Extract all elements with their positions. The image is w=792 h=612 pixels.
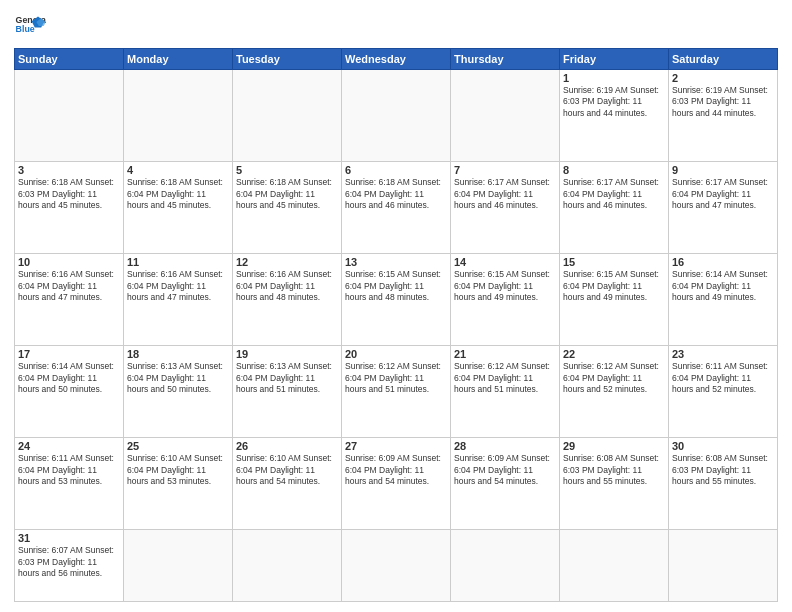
day-info: Sunrise: 6:08 AM Sunset: 6:03 PM Dayligh… <box>563 453 665 487</box>
day-number: 13 <box>345 256 447 268</box>
calendar-cell <box>233 70 342 162</box>
day-info: Sunrise: 6:18 AM Sunset: 6:04 PM Dayligh… <box>236 177 338 211</box>
calendar-cell <box>342 530 451 602</box>
calendar-cell: 29Sunrise: 6:08 AM Sunset: 6:03 PM Dayli… <box>560 438 669 530</box>
day-number: 16 <box>672 256 774 268</box>
calendar-cell: 3Sunrise: 6:18 AM Sunset: 6:03 PM Daylig… <box>15 162 124 254</box>
day-info: Sunrise: 6:16 AM Sunset: 6:04 PM Dayligh… <box>236 269 338 303</box>
calendar-cell <box>560 530 669 602</box>
day-info: Sunrise: 6:14 AM Sunset: 6:04 PM Dayligh… <box>672 269 774 303</box>
week-row-1: 3Sunrise: 6:18 AM Sunset: 6:03 PM Daylig… <box>15 162 778 254</box>
calendar-cell <box>451 70 560 162</box>
calendar-cell: 1Sunrise: 6:19 AM Sunset: 6:03 PM Daylig… <box>560 70 669 162</box>
calendar-cell: 8Sunrise: 6:17 AM Sunset: 6:04 PM Daylig… <box>560 162 669 254</box>
day-info: Sunrise: 6:15 AM Sunset: 6:04 PM Dayligh… <box>345 269 447 303</box>
calendar-cell: 16Sunrise: 6:14 AM Sunset: 6:04 PM Dayli… <box>669 254 778 346</box>
day-info: Sunrise: 6:12 AM Sunset: 6:04 PM Dayligh… <box>345 361 447 395</box>
weekday-header-row: SundayMondayTuesdayWednesdayThursdayFrid… <box>15 49 778 70</box>
day-number: 21 <box>454 348 556 360</box>
day-info: Sunrise: 6:18 AM Sunset: 6:04 PM Dayligh… <box>345 177 447 211</box>
day-number: 29 <box>563 440 665 452</box>
weekday-header-monday: Monday <box>124 49 233 70</box>
calendar-cell: 25Sunrise: 6:10 AM Sunset: 6:04 PM Dayli… <box>124 438 233 530</box>
day-number: 22 <box>563 348 665 360</box>
day-number: 10 <box>18 256 120 268</box>
header: General Blue <box>14 10 778 42</box>
calendar-cell: 15Sunrise: 6:15 AM Sunset: 6:04 PM Dayli… <box>560 254 669 346</box>
weekday-header-tuesday: Tuesday <box>233 49 342 70</box>
day-info: Sunrise: 6:07 AM Sunset: 6:03 PM Dayligh… <box>18 545 120 579</box>
day-number: 4 <box>127 164 229 176</box>
day-number: 3 <box>18 164 120 176</box>
day-number: 31 <box>18 532 120 544</box>
day-number: 19 <box>236 348 338 360</box>
calendar-cell: 11Sunrise: 6:16 AM Sunset: 6:04 PM Dayli… <box>124 254 233 346</box>
calendar-cell: 18Sunrise: 6:13 AM Sunset: 6:04 PM Dayli… <box>124 346 233 438</box>
day-info: Sunrise: 6:12 AM Sunset: 6:04 PM Dayligh… <box>563 361 665 395</box>
day-info: Sunrise: 6:16 AM Sunset: 6:04 PM Dayligh… <box>18 269 120 303</box>
day-info: Sunrise: 6:13 AM Sunset: 6:04 PM Dayligh… <box>127 361 229 395</box>
weekday-header-sunday: Sunday <box>15 49 124 70</box>
week-row-4: 24Sunrise: 6:11 AM Sunset: 6:04 PM Dayli… <box>15 438 778 530</box>
calendar-cell: 19Sunrise: 6:13 AM Sunset: 6:04 PM Dayli… <box>233 346 342 438</box>
calendar-cell <box>342 70 451 162</box>
calendar-cell <box>15 70 124 162</box>
week-row-2: 10Sunrise: 6:16 AM Sunset: 6:04 PM Dayli… <box>15 254 778 346</box>
calendar-table: SundayMondayTuesdayWednesdayThursdayFrid… <box>14 48 778 602</box>
day-info: Sunrise: 6:17 AM Sunset: 6:04 PM Dayligh… <box>454 177 556 211</box>
calendar-cell: 27Sunrise: 6:09 AM Sunset: 6:04 PM Dayli… <box>342 438 451 530</box>
calendar-cell: 20Sunrise: 6:12 AM Sunset: 6:04 PM Dayli… <box>342 346 451 438</box>
calendar-cell: 17Sunrise: 6:14 AM Sunset: 6:04 PM Dayli… <box>15 346 124 438</box>
day-number: 1 <box>563 72 665 84</box>
day-info: Sunrise: 6:10 AM Sunset: 6:04 PM Dayligh… <box>236 453 338 487</box>
day-number: 27 <box>345 440 447 452</box>
calendar-cell: 28Sunrise: 6:09 AM Sunset: 6:04 PM Dayli… <box>451 438 560 530</box>
day-info: Sunrise: 6:11 AM Sunset: 6:04 PM Dayligh… <box>18 453 120 487</box>
day-info: Sunrise: 6:08 AM Sunset: 6:03 PM Dayligh… <box>672 453 774 487</box>
day-info: Sunrise: 6:15 AM Sunset: 6:04 PM Dayligh… <box>454 269 556 303</box>
day-number: 2 <box>672 72 774 84</box>
calendar-cell <box>233 530 342 602</box>
calendar-cell: 4Sunrise: 6:18 AM Sunset: 6:04 PM Daylig… <box>124 162 233 254</box>
day-number: 25 <box>127 440 229 452</box>
day-number: 28 <box>454 440 556 452</box>
day-number: 5 <box>236 164 338 176</box>
day-number: 8 <box>563 164 665 176</box>
calendar-cell: 7Sunrise: 6:17 AM Sunset: 6:04 PM Daylig… <box>451 162 560 254</box>
day-number: 7 <box>454 164 556 176</box>
calendar-cell <box>124 530 233 602</box>
calendar-cell: 24Sunrise: 6:11 AM Sunset: 6:04 PM Dayli… <box>15 438 124 530</box>
day-info: Sunrise: 6:13 AM Sunset: 6:04 PM Dayligh… <box>236 361 338 395</box>
weekday-header-friday: Friday <box>560 49 669 70</box>
calendar-cell: 2Sunrise: 6:19 AM Sunset: 6:03 PM Daylig… <box>669 70 778 162</box>
day-number: 30 <box>672 440 774 452</box>
day-number: 23 <box>672 348 774 360</box>
day-info: Sunrise: 6:17 AM Sunset: 6:04 PM Dayligh… <box>563 177 665 211</box>
calendar-cell: 14Sunrise: 6:15 AM Sunset: 6:04 PM Dayli… <box>451 254 560 346</box>
day-info: Sunrise: 6:11 AM Sunset: 6:04 PM Dayligh… <box>672 361 774 395</box>
day-info: Sunrise: 6:18 AM Sunset: 6:04 PM Dayligh… <box>127 177 229 211</box>
calendar-cell <box>669 530 778 602</box>
day-info: Sunrise: 6:15 AM Sunset: 6:04 PM Dayligh… <box>563 269 665 303</box>
calendar-cell: 9Sunrise: 6:17 AM Sunset: 6:04 PM Daylig… <box>669 162 778 254</box>
day-info: Sunrise: 6:17 AM Sunset: 6:04 PM Dayligh… <box>672 177 774 211</box>
calendar-cell: 5Sunrise: 6:18 AM Sunset: 6:04 PM Daylig… <box>233 162 342 254</box>
week-row-0: 1Sunrise: 6:19 AM Sunset: 6:03 PM Daylig… <box>15 70 778 162</box>
calendar-cell: 13Sunrise: 6:15 AM Sunset: 6:04 PM Dayli… <box>342 254 451 346</box>
day-info: Sunrise: 6:09 AM Sunset: 6:04 PM Dayligh… <box>345 453 447 487</box>
day-number: 9 <box>672 164 774 176</box>
day-number: 14 <box>454 256 556 268</box>
calendar-cell: 26Sunrise: 6:10 AM Sunset: 6:04 PM Dayli… <box>233 438 342 530</box>
day-info: Sunrise: 6:10 AM Sunset: 6:04 PM Dayligh… <box>127 453 229 487</box>
day-number: 24 <box>18 440 120 452</box>
day-number: 6 <box>345 164 447 176</box>
day-info: Sunrise: 6:14 AM Sunset: 6:04 PM Dayligh… <box>18 361 120 395</box>
day-number: 12 <box>236 256 338 268</box>
logo: General Blue <box>14 10 46 42</box>
day-info: Sunrise: 6:09 AM Sunset: 6:04 PM Dayligh… <box>454 453 556 487</box>
calendar-cell: 23Sunrise: 6:11 AM Sunset: 6:04 PM Dayli… <box>669 346 778 438</box>
calendar-cell: 30Sunrise: 6:08 AM Sunset: 6:03 PM Dayli… <box>669 438 778 530</box>
calendar-cell: 12Sunrise: 6:16 AM Sunset: 6:04 PM Dayli… <box>233 254 342 346</box>
day-number: 26 <box>236 440 338 452</box>
weekday-header-saturday: Saturday <box>669 49 778 70</box>
